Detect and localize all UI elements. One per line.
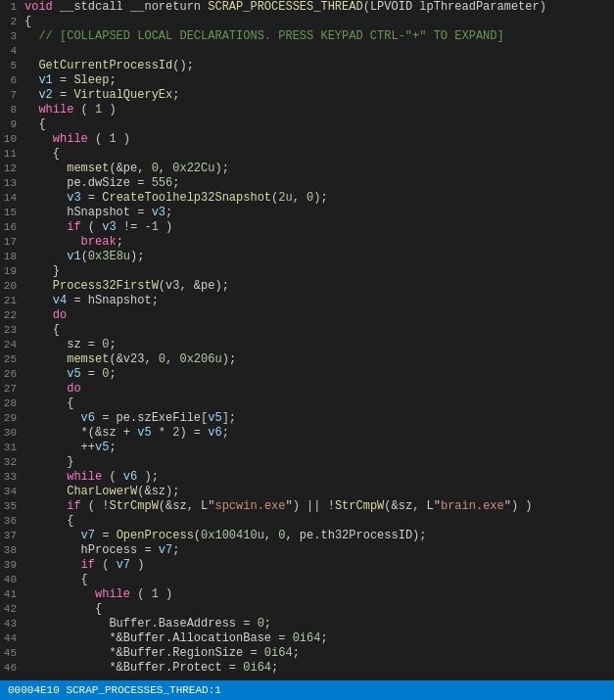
line-number: 6 bbox=[0, 73, 24, 88]
token: (&sz); bbox=[137, 485, 179, 498]
token bbox=[24, 529, 81, 542]
token: ( bbox=[73, 103, 95, 117]
token: } bbox=[24, 264, 60, 278]
code-line: 33 while ( v6 ); bbox=[0, 470, 614, 485]
token: 0i64 bbox=[293, 631, 321, 645]
token: do bbox=[67, 382, 80, 396]
line-number: 18 bbox=[0, 250, 24, 264]
token: 0x100410u bbox=[201, 529, 264, 542]
token: hProcess = bbox=[24, 543, 159, 557]
code-line: 29 v6 = pe.szExeFile[v5]; bbox=[0, 411, 614, 426]
line-content: hSnapshot = v3; bbox=[24, 206, 172, 220]
line-number: 39 bbox=[0, 558, 24, 573]
token: sz = bbox=[24, 338, 102, 351]
line-content: while ( v6 ); bbox=[24, 470, 159, 485]
token: v6 bbox=[123, 470, 137, 484]
token: ; bbox=[109, 338, 116, 351]
token: if bbox=[67, 220, 80, 234]
line-content: { bbox=[24, 15, 31, 29]
token: do bbox=[53, 308, 67, 322]
token: ) bbox=[102, 103, 116, 117]
line-content: *&Buffer.AllocationBase = 0i64; bbox=[24, 631, 328, 646]
line-number: 33 bbox=[0, 470, 24, 485]
token: v5 bbox=[95, 441, 109, 454]
token bbox=[24, 470, 67, 484]
token: StrCmpW bbox=[109, 499, 158, 513]
token bbox=[24, 191, 67, 205]
token: = pe.szExeFile[ bbox=[95, 411, 208, 425]
token: StrCmpW bbox=[335, 499, 384, 513]
code-line: 27 do bbox=[0, 382, 614, 397]
line-number: 20 bbox=[0, 279, 24, 294]
token: __stdcall __noreturn bbox=[53, 0, 208, 14]
line-number: 4 bbox=[0, 44, 24, 59]
token: ( bbox=[130, 587, 152, 601]
code-line: 31 ++v5; bbox=[0, 441, 614, 455]
token: v3 bbox=[152, 206, 165, 219]
token: Process32FirstW bbox=[53, 279, 159, 293]
status-bar: 00004E10 SCRAP_PROCESSES_THREAD:1 bbox=[0, 680, 614, 700]
token: -1 bbox=[144, 220, 158, 234]
token: 0 bbox=[152, 162, 159, 175]
token: ++ bbox=[24, 441, 95, 454]
line-number: 28 bbox=[0, 397, 24, 411]
code-line: 24 sz = 0; bbox=[0, 338, 614, 352]
line-content: if ( v3 != -1 ) bbox=[24, 220, 172, 235]
token bbox=[24, 499, 67, 513]
line-number: 17 bbox=[0, 235, 24, 250]
token: ; bbox=[271, 661, 278, 675]
token: CreateToolhelp32Snapshot bbox=[102, 191, 271, 205]
code-line: 20 Process32FirstW(v3, &pe); bbox=[0, 279, 614, 294]
line-number: 38 bbox=[0, 543, 24, 558]
token: != bbox=[117, 220, 145, 234]
token: = hSnapshot; bbox=[67, 294, 159, 307]
line-content: void __stdcall __noreturn SCRAP_PROCESSE… bbox=[24, 0, 546, 15]
line-number: 26 bbox=[0, 367, 24, 382]
code-line: 3 // [COLLAPSED LOCAL DECLARATIONS. PRES… bbox=[0, 29, 614, 44]
token bbox=[24, 367, 67, 381]
code-line: 32 } bbox=[0, 455, 614, 470]
line-number: 22 bbox=[0, 308, 24, 323]
code-line: 12 memset(&pe, 0, 0x22Cu); bbox=[0, 162, 614, 176]
line-content: v3 = CreateToolhelp32Snapshot(2u, 0); bbox=[24, 191, 328, 206]
token: 0x3E8u bbox=[88, 250, 130, 263]
token: ; bbox=[109, 367, 116, 381]
token bbox=[24, 485, 67, 498]
code-line: 39 if ( v7 ) bbox=[0, 558, 614, 573]
line-content: do bbox=[24, 308, 67, 323]
token: memset bbox=[67, 352, 109, 366]
token bbox=[24, 220, 67, 234]
line-content: *&Buffer.Protect = 0i64; bbox=[24, 661, 278, 676]
token: = bbox=[53, 73, 74, 87]
line-content: break; bbox=[24, 235, 123, 250]
line-number: 8 bbox=[0, 103, 24, 117]
token: ; bbox=[172, 176, 179, 190]
line-number: 35 bbox=[0, 499, 24, 514]
line-number: 29 bbox=[0, 411, 24, 426]
token: { bbox=[24, 397, 73, 410]
line-number: 9 bbox=[0, 117, 24, 132]
token: { bbox=[24, 147, 60, 161]
line-number: 32 bbox=[0, 455, 24, 470]
line-number: 24 bbox=[0, 338, 24, 352]
code-line: 14 v3 = CreateToolhelp32Snapshot(2u, 0); bbox=[0, 191, 614, 206]
code-line: 8 while ( 1 ) bbox=[0, 103, 614, 117]
line-number: 21 bbox=[0, 294, 24, 308]
line-content: { bbox=[24, 573, 88, 587]
token: v7 bbox=[159, 543, 172, 557]
line-number: 19 bbox=[0, 264, 24, 279]
code-line: 7 v2 = VirtualQueryEx; bbox=[0, 88, 614, 103]
line-number: 16 bbox=[0, 220, 24, 235]
token: v6 bbox=[208, 426, 221, 440]
line-number: 25 bbox=[0, 352, 24, 367]
line-number: 44 bbox=[0, 631, 24, 646]
token: ; bbox=[222, 426, 229, 440]
line-content: v6 = pe.szExeFile[v5]; bbox=[24, 411, 236, 426]
line-number: 34 bbox=[0, 485, 24, 499]
code-line: 35 if ( !StrCmpW(&sz, L"spcwin.exe") || … bbox=[0, 499, 614, 514]
token bbox=[24, 587, 95, 601]
token: *&Buffer.RegionSize = bbox=[24, 646, 264, 660]
line-content: { bbox=[24, 514, 73, 529]
line-content: // [COLLAPSED LOCAL DECLARATIONS. PRESS … bbox=[24, 29, 504, 44]
token: (LPVOID lpThreadParameter) bbox=[363, 0, 546, 14]
